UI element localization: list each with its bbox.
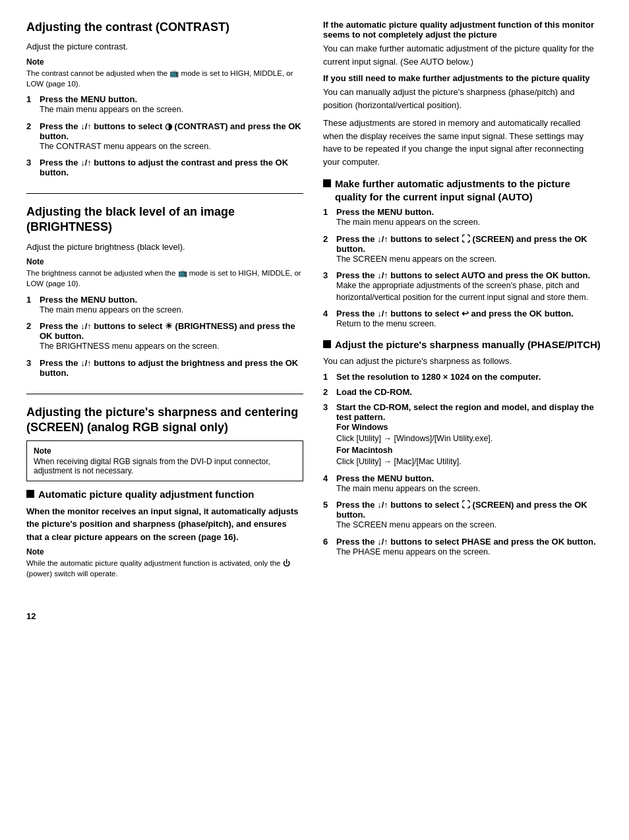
phase-heading: Adjust the picture's sharpness manually … [335, 338, 601, 351]
contrast-step-3: 3 Press the ↓/↑ buttons to adjust the co… [26, 158, 303, 177]
step-desc-windows-label: For Windows [336, 422, 603, 434]
step-title: Press the MENU button. [336, 207, 603, 217]
phase-bullet-square-icon [323, 340, 331, 348]
screen-note-box: Note When receiving digital RGB signals … [26, 440, 303, 481]
left-column: Adjusting the contrast (CONTRAST) Adjust… [26, 20, 303, 621]
step-content: Press the MENU button. The main menu app… [40, 295, 303, 316]
top-para: You can make further automatic adjustmen… [323, 42, 603, 68]
step-num: 6 [323, 537, 332, 558]
top-section: If the automatic picture quality adjustm… [323, 20, 603, 68]
step-desc: The main menu appears on the screen. [336, 483, 603, 495]
screen-note2-text: While the automatic picture quality adju… [26, 558, 303, 579]
note-box-label: Note [34, 446, 296, 456]
step-num: 2 [26, 321, 36, 353]
step-title: Set the resolution to 1280 × 1024 on the… [336, 372, 603, 382]
auto-step-4: 4 Press the ↓/↑ buttons to select ↩ and … [323, 309, 603, 330]
step-content: Press the ↓/↑ buttons to select ◑ (CONTR… [40, 121, 303, 153]
step-content: Start the CD-ROM, select the region and … [336, 402, 603, 468]
phase-step-1: 1 Set the resolution to 1280 × 1024 on t… [323, 372, 603, 382]
step-desc-mac: Click [Utility] → [Mac]/[Mac Utility]. [336, 456, 603, 468]
step-desc: The main menu appears on the screen. [40, 104, 303, 116]
step-desc-mac-label: For Macintosh [336, 445, 603, 457]
step-content: Press the ↓/↑ buttons to select PHASE an… [336, 537, 603, 558]
page-container: Adjusting the contrast (CONTRAST) Adjust… [26, 20, 603, 621]
auto-step-3: 3 Press the ↓/↑ buttons to select AUTO a… [323, 270, 603, 303]
step-desc: The main menu appears on the screen. [336, 217, 603, 229]
step-title: Load the CD-ROM. [336, 387, 603, 397]
step-num: 5 [323, 500, 332, 531]
auto-picture-section: Automatic picture quality adjustment fun… [26, 488, 303, 579]
step-desc: The SCREEN menu appears on the screen. [336, 254, 603, 266]
step-title: Press the ↓/↑ buttons to select ↩ and pr… [336, 309, 603, 318]
brightness-step-2: 2 Press the ↓/↑ buttons to select ☀ (BRI… [26, 321, 303, 353]
step-title: Press the ↓/↑ buttons to adjust the cont… [40, 158, 303, 177]
step-num: 3 [26, 158, 36, 177]
auto-step-1: 1 Press the MENU button. The main menu a… [323, 207, 603, 229]
step-num: 4 [323, 473, 332, 495]
step-title: Press the MENU button. [336, 473, 603, 483]
step-title: Press the ↓/↑ buttons to select ⛶ (SCREE… [336, 500, 603, 520]
auto-bullet-square-icon [323, 179, 331, 187]
phase-step-6: 6 Press the ↓/↑ buttons to select PHASE … [323, 537, 603, 558]
brightness-note-text: The brightness cannot be adjusted when t… [26, 268, 303, 289]
phase-step-5: 5 Press the ↓/↑ buttons to select ⛶ (SCR… [323, 500, 603, 531]
step-desc: Return to the menu screen. [336, 318, 603, 330]
brightness-step-1: 1 Press the MENU button. The main menu a… [26, 295, 303, 316]
auto-picture-heading: Automatic picture quality adjustment fun… [38, 488, 255, 501]
phase-step-3: 3 Start the CD-ROM, select the region an… [323, 402, 603, 468]
step-num: 1 [323, 207, 332, 229]
step-desc: The CONTRAST menu appears on the screen. [40, 141, 303, 153]
step-content: Press the ↓/↑ buttons to select ↩ and pr… [336, 309, 603, 330]
step-num: 3 [26, 358, 36, 378]
top-heading: If the automatic picture quality adjustm… [323, 20, 603, 40]
step-num: 1 [26, 94, 36, 116]
contrast-step-2: 2 Press the ↓/↑ buttons to select ◑ (CON… [26, 121, 303, 153]
step-content: Press the MENU button. The main menu app… [336, 473, 603, 495]
step-num: 3 [323, 402, 332, 468]
step-title: Press the ↓/↑ buttons to select PHASE an… [336, 537, 603, 547]
sub-para: You can manually adjust the picture's sh… [323, 86, 603, 111]
brightness-title: Adjusting the black level of an image (B… [26, 204, 303, 235]
step-title: Press the ↓/↑ buttons to select ⛶ (SCREE… [336, 234, 603, 254]
step-title: Press the ↓/↑ buttons to adjust the brig… [40, 358, 303, 378]
brightness-step-3: 3 Press the ↓/↑ buttons to adjust the br… [26, 358, 303, 378]
brightness-intro: Adjust the picture brightness (black lev… [26, 241, 303, 254]
bullet-heading: Automatic picture quality adjustment fun… [26, 488, 303, 501]
page-number: 12 [26, 611, 303, 621]
step-desc: The main menu appears on the screen. [40, 305, 303, 316]
auto-section: Make further automatic adjustments to th… [323, 177, 603, 330]
note-box-text: When receiving digital RGB signals from … [34, 457, 296, 475]
step-desc: The SCREEN menu appears on the screen. [336, 520, 603, 531]
auto-bullet-heading: Make further automatic adjustments to th… [323, 177, 603, 203]
contrast-title: Adjusting the contrast (CONTRAST) [26, 20, 303, 35]
memory-para: These adjustments are stored in memory a… [323, 117, 603, 168]
step-desc: The BRIGHTNESS menu appears on the scree… [40, 341, 303, 353]
contrast-step-1: 1 Press the MENU button. The main menu a… [26, 94, 303, 116]
auto-heading: Make further automatic adjustments to th… [335, 177, 603, 203]
auto-picture-bold-intro: When the monitor receives an input signa… [26, 505, 303, 544]
bullet-square-icon [26, 490, 34, 498]
step-content: Press the ↓/↑ buttons to select ⛶ (SCREE… [336, 234, 603, 266]
step-title: Press the MENU button. [40, 295, 303, 305]
brightness-note-label: Note [26, 257, 303, 266]
step-num: 2 [323, 387, 332, 397]
right-column: If the automatic picture quality adjustm… [323, 20, 603, 621]
screen-note2-label: Note [26, 547, 303, 556]
sub-heading-section: If you still need to make further adjust… [323, 73, 603, 111]
auto-step-2: 2 Press the ↓/↑ buttons to select ⛶ (SCR… [323, 234, 603, 266]
contrast-intro: Adjust the picture contrast. [26, 40, 303, 53]
step-desc: The PHASE menu appears on the screen. [336, 547, 603, 558]
phase-step-2: 2 Load the CD-ROM. [323, 387, 603, 397]
section-screen: Adjusting the picture's sharpness and ce… [26, 405, 303, 598]
screen-title: Adjusting the picture's sharpness and ce… [26, 405, 303, 436]
step-title: Press the ↓/↑ buttons to select ◑ (CONTR… [40, 121, 303, 141]
phase-step-4: 4 Press the MENU button. The main menu a… [323, 473, 603, 495]
step-content: Press the MENU button. The main menu app… [336, 207, 603, 229]
phase-section: Adjust the picture's sharpness manually … [323, 338, 603, 558]
step-content: Press the MENU button. The main menu app… [40, 94, 303, 116]
step-num: 2 [26, 121, 36, 153]
step-content: Press the ↓/↑ buttons to adjust the brig… [40, 358, 303, 378]
step-title: Press the ↓/↑ buttons to select AUTO and… [336, 270, 603, 280]
section-brightness: Adjusting the black level of an image (B… [26, 204, 303, 394]
step-desc: Make the appropriate adjustments of the … [336, 280, 603, 303]
